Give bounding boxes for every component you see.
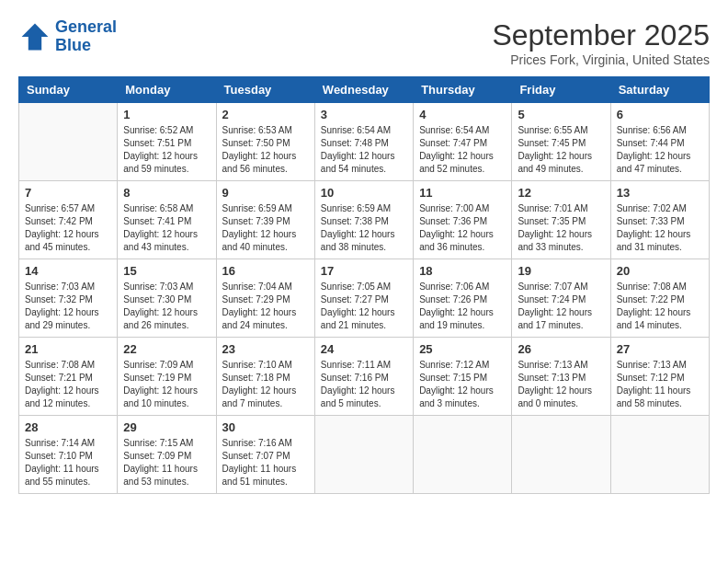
day-number: 18 — [419, 264, 506, 278]
calendar: SundayMondayTuesdayWednesdayThursdayFrid… — [18, 76, 710, 494]
day-number: 13 — [617, 186, 703, 200]
calendar-cell: 15Sunrise: 7:03 AM Sunset: 7:30 PM Dayli… — [118, 259, 216, 338]
day-info: Sunrise: 7:07 AM Sunset: 7:24 PM Dayligh… — [518, 281, 604, 332]
calendar-cell: 17Sunrise: 7:05 AM Sunset: 7:27 PM Dayli… — [314, 259, 413, 338]
day-info: Sunrise: 6:58 AM Sunset: 7:41 PM Dayligh… — [123, 202, 210, 254]
calendar-cell: 29Sunrise: 7:15 AM Sunset: 7:09 PM Dayli… — [118, 416, 216, 494]
day-info: Sunrise: 7:13 AM Sunset: 7:13 PM Dayligh… — [518, 359, 604, 410]
day-info: Sunrise: 7:14 AM Sunset: 7:10 PM Dayligh… — [25, 437, 111, 488]
day-number: 23 — [222, 342, 309, 356]
day-number: 10 — [321, 186, 407, 200]
day-info: Sunrise: 7:09 AM Sunset: 7:19 PM Dayligh… — [123, 359, 210, 410]
day-number: 2 — [222, 108, 309, 121]
calendar-cell — [512, 416, 610, 494]
day-number: 3 — [321, 108, 407, 121]
col-header-wednesday: Wednesday — [314, 77, 413, 103]
col-header-sunday: Sunday — [19, 77, 118, 103]
day-info: Sunrise: 7:12 AM Sunset: 7:15 PM Dayligh… — [419, 359, 506, 410]
day-info: Sunrise: 6:59 AM Sunset: 7:38 PM Dayligh… — [321, 202, 407, 254]
calendar-cell — [610, 416, 709, 494]
calendar-cell — [414, 416, 512, 494]
day-info: Sunrise: 6:56 AM Sunset: 7:44 PM Dayligh… — [617, 124, 703, 176]
calendar-cell: 26Sunrise: 7:13 AM Sunset: 7:13 PM Dayli… — [512, 338, 610, 416]
calendar-cell: 19Sunrise: 7:07 AM Sunset: 7:24 PM Dayli… — [512, 259, 610, 338]
col-header-friday: Friday — [512, 77, 610, 103]
day-number: 6 — [617, 108, 703, 121]
day-number: 21 — [25, 342, 111, 356]
calendar-cell: 18Sunrise: 7:06 AM Sunset: 7:26 PM Dayli… — [414, 259, 512, 338]
calendar-week-1: 1Sunrise: 6:52 AM Sunset: 7:51 PM Daylig… — [19, 103, 710, 181]
day-info: Sunrise: 7:02 AM Sunset: 7:33 PM Dayligh… — [617, 202, 703, 254]
location: Prices Fork, Virginia, United States — [492, 52, 710, 67]
logo: General Blue — [18, 18, 117, 55]
day-info: Sunrise: 6:52 AM Sunset: 7:51 PM Dayligh… — [123, 124, 210, 176]
day-info: Sunrise: 7:05 AM Sunset: 7:27 PM Dayligh… — [321, 281, 407, 332]
calendar-cell: 13Sunrise: 7:02 AM Sunset: 7:33 PM Dayli… — [610, 181, 709, 259]
col-header-tuesday: Tuesday — [216, 77, 314, 103]
day-number: 9 — [222, 186, 309, 200]
calendar-cell: 3Sunrise: 6:54 AM Sunset: 7:48 PM Daylig… — [314, 103, 413, 181]
calendar-week-3: 14Sunrise: 7:03 AM Sunset: 7:32 PM Dayli… — [19, 259, 710, 338]
calendar-cell: 25Sunrise: 7:12 AM Sunset: 7:15 PM Dayli… — [414, 338, 512, 416]
day-number: 19 — [518, 264, 604, 278]
day-info: Sunrise: 7:03 AM Sunset: 7:30 PM Dayligh… — [123, 281, 210, 332]
calendar-week-5: 28Sunrise: 7:14 AM Sunset: 7:10 PM Dayli… — [19, 416, 710, 494]
day-info: Sunrise: 7:06 AM Sunset: 7:26 PM Dayligh… — [419, 281, 506, 332]
calendar-cell: 9Sunrise: 6:59 AM Sunset: 7:39 PM Daylig… — [216, 181, 314, 259]
calendar-header-row: SundayMondayTuesdayWednesdayThursdayFrid… — [19, 77, 710, 103]
day-info: Sunrise: 6:59 AM Sunset: 7:39 PM Dayligh… — [222, 202, 309, 254]
day-info: Sunrise: 7:00 AM Sunset: 7:36 PM Dayligh… — [419, 202, 506, 254]
calendar-cell: 1Sunrise: 6:52 AM Sunset: 7:51 PM Daylig… — [118, 103, 216, 181]
calendar-cell: 16Sunrise: 7:04 AM Sunset: 7:29 PM Dayli… — [216, 259, 314, 338]
day-number: 15 — [123, 264, 210, 278]
calendar-week-4: 21Sunrise: 7:08 AM Sunset: 7:21 PM Dayli… — [19, 338, 710, 416]
day-number: 12 — [518, 186, 604, 200]
day-number: 14 — [25, 264, 111, 278]
day-info: Sunrise: 6:53 AM Sunset: 7:50 PM Dayligh… — [222, 124, 309, 176]
calendar-cell: 23Sunrise: 7:10 AM Sunset: 7:18 PM Dayli… — [216, 338, 314, 416]
col-header-monday: Monday — [118, 77, 216, 103]
logo-text: General Blue — [55, 18, 117, 55]
day-info: Sunrise: 7:15 AM Sunset: 7:09 PM Dayligh… — [123, 437, 210, 488]
day-number: 27 — [617, 342, 703, 356]
calendar-cell: 7Sunrise: 6:57 AM Sunset: 7:42 PM Daylig… — [19, 181, 118, 259]
calendar-cell: 10Sunrise: 6:59 AM Sunset: 7:38 PM Dayli… — [314, 181, 413, 259]
calendar-cell: 6Sunrise: 6:56 AM Sunset: 7:44 PM Daylig… — [610, 103, 709, 181]
calendar-cell — [314, 416, 413, 494]
day-number: 28 — [25, 420, 111, 434]
day-number: 17 — [321, 264, 407, 278]
day-number: 30 — [222, 420, 309, 434]
day-info: Sunrise: 7:16 AM Sunset: 7:07 PM Dayligh… — [222, 437, 309, 488]
day-info: Sunrise: 7:03 AM Sunset: 7:32 PM Dayligh… — [25, 281, 111, 332]
day-number: 8 — [123, 186, 210, 200]
day-number: 7 — [25, 186, 111, 200]
calendar-cell: 22Sunrise: 7:09 AM Sunset: 7:19 PM Dayli… — [118, 338, 216, 416]
day-info: Sunrise: 6:57 AM Sunset: 7:42 PM Dayligh… — [25, 202, 111, 254]
calendar-cell: 21Sunrise: 7:08 AM Sunset: 7:21 PM Dayli… — [19, 338, 118, 416]
day-info: Sunrise: 6:54 AM Sunset: 7:48 PM Dayligh… — [321, 124, 407, 176]
day-number: 4 — [419, 108, 506, 121]
calendar-cell: 27Sunrise: 7:13 AM Sunset: 7:12 PM Dayli… — [610, 338, 709, 416]
day-info: Sunrise: 7:01 AM Sunset: 7:35 PM Dayligh… — [518, 202, 604, 254]
day-info: Sunrise: 7:11 AM Sunset: 7:16 PM Dayligh… — [321, 359, 407, 410]
day-number: 1 — [123, 108, 210, 121]
calendar-cell: 11Sunrise: 7:00 AM Sunset: 7:36 PM Dayli… — [414, 181, 512, 259]
day-number: 26 — [518, 342, 604, 356]
calendar-cell: 24Sunrise: 7:11 AM Sunset: 7:16 PM Dayli… — [314, 338, 413, 416]
day-info: Sunrise: 7:08 AM Sunset: 7:22 PM Dayligh… — [617, 281, 703, 332]
calendar-cell — [19, 103, 118, 181]
col-header-thursday: Thursday — [414, 77, 512, 103]
month-title: September 2025 — [492, 18, 710, 52]
calendar-cell: 2Sunrise: 6:53 AM Sunset: 7:50 PM Daylig… — [216, 103, 314, 181]
calendar-cell: 20Sunrise: 7:08 AM Sunset: 7:22 PM Dayli… — [610, 259, 709, 338]
day-info: Sunrise: 7:08 AM Sunset: 7:21 PM Dayligh… — [25, 359, 111, 410]
calendar-cell: 28Sunrise: 7:14 AM Sunset: 7:10 PM Dayli… — [19, 416, 118, 494]
day-number: 29 — [123, 420, 210, 434]
day-number: 20 — [617, 264, 703, 278]
page-header: General Blue September 2025 Prices Fork,… — [18, 18, 710, 67]
day-number: 16 — [222, 264, 309, 278]
logo-icon — [18, 20, 51, 53]
calendar-cell: 12Sunrise: 7:01 AM Sunset: 7:35 PM Dayli… — [512, 181, 610, 259]
day-info: Sunrise: 7:13 AM Sunset: 7:12 PM Dayligh… — [617, 359, 703, 410]
svg-marker-0 — [22, 23, 49, 50]
